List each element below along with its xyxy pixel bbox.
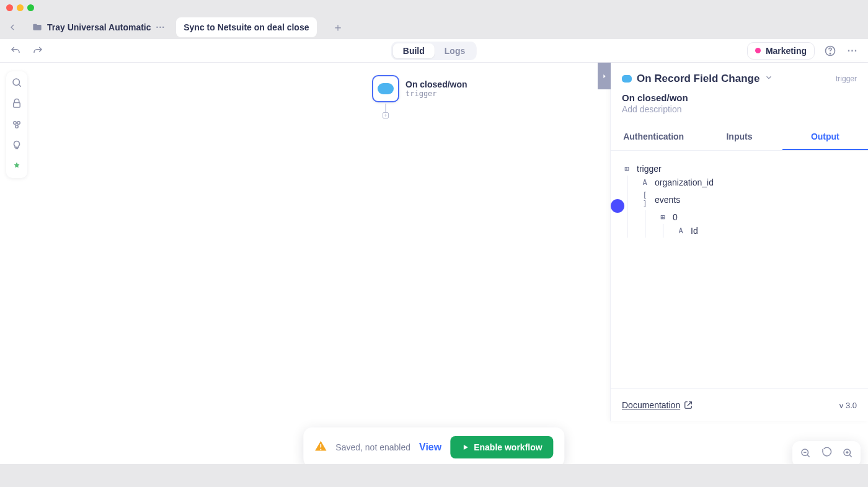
object-icon: ⊞ bbox=[622, 164, 632, 173]
window-zoom-icon[interactable] bbox=[27, 4, 34, 11]
tree-node-trigger[interactable]: ⊞trigger bbox=[622, 162, 857, 176]
external-link-icon bbox=[684, 401, 693, 409]
svg-point-5 bbox=[17, 122, 20, 125]
tab-output[interactable]: Output bbox=[782, 124, 868, 150]
tree-node-id[interactable]: AId bbox=[663, 224, 857, 238]
workspace-picker[interactable]: Marketing bbox=[747, 42, 815, 60]
window-close-icon[interactable] bbox=[6, 4, 13, 11]
svg-point-1 bbox=[830, 53, 830, 53]
zoom-in-button[interactable] bbox=[842, 447, 853, 461]
workflow-tab[interactable]: Sync to Netsuite on deal close bbox=[176, 17, 316, 37]
group-button[interactable] bbox=[11, 118, 23, 131]
add-step-button[interactable]: + bbox=[383, 112, 389, 118]
tab-authentication[interactable]: Authentication bbox=[611, 124, 696, 150]
output-schema-tree: ⊞trigger Aorganization_id [ ]events ⊞0 A… bbox=[611, 151, 868, 249]
connectors-button[interactable] bbox=[11, 97, 23, 110]
redo-button[interactable] bbox=[31, 44, 45, 58]
enable-workflow-button[interactable]: Enable workflow bbox=[450, 436, 553, 458]
logs-tab[interactable]: Logs bbox=[435, 43, 475, 58]
view-link[interactable]: View bbox=[419, 442, 441, 453]
play-icon bbox=[461, 444, 469, 451]
tabstrip: Tray Universal Automatic ··· Sync to Net… bbox=[0, 16, 868, 39]
search-button[interactable] bbox=[11, 76, 23, 89]
tree-node-organization-id[interactable]: Aorganization_id bbox=[627, 176, 857, 189]
toolbar: Build Logs Marketing ··· bbox=[0, 39, 868, 63]
description-input[interactable]: Add description bbox=[622, 104, 857, 114]
view-switcher: Build Logs bbox=[391, 42, 477, 60]
project-tab-label: Tray Universal Automatic bbox=[47, 22, 151, 32]
zoom-controls bbox=[792, 441, 861, 467]
panel-subtitle[interactable]: On closed/won bbox=[622, 92, 857, 103]
documentation-link[interactable]: Documentation bbox=[622, 400, 693, 410]
properties-panel: On Record Field Change trigger On closed… bbox=[610, 63, 868, 421]
back-button[interactable] bbox=[4, 19, 21, 36]
collapse-panel-button[interactable] bbox=[598, 63, 611, 89]
workflow-tab-label: Sync to Netsuite on deal close bbox=[184, 22, 309, 32]
trigger-node[interactable]: On closed/won trigger bbox=[372, 75, 467, 102]
panel-kind-label: trigger bbox=[836, 74, 857, 83]
build-tab[interactable]: Build bbox=[393, 43, 435, 58]
workspace-color-icon bbox=[755, 48, 761, 53]
merlin-button[interactable] bbox=[11, 161, 23, 173]
window-minimize-icon[interactable] bbox=[17, 4, 24, 11]
canvas[interactable]: On closed/won trigger + On Record Field … bbox=[0, 63, 868, 487]
panel-tabs: Authentication Inputs Output bbox=[611, 124, 868, 151]
folder-icon bbox=[32, 22, 42, 32]
status-text: Saved, not enabled bbox=[335, 442, 410, 452]
workspace-label: Marketing bbox=[766, 46, 807, 56]
tree-node-events[interactable]: [ ]events bbox=[627, 189, 857, 210]
warning-icon bbox=[314, 440, 327, 455]
svg-point-4 bbox=[14, 122, 17, 125]
help-button[interactable] bbox=[823, 44, 837, 58]
tab-inputs[interactable]: Inputs bbox=[696, 124, 782, 150]
add-tab-button[interactable]: ＋ bbox=[329, 19, 347, 36]
drag-handle[interactable] bbox=[611, 199, 624, 213]
window-titlebar bbox=[0, 0, 868, 16]
status-bar: Saved, not enabled View Enable workflow bbox=[303, 427, 564, 467]
trigger-node-subtitle: trigger bbox=[405, 89, 467, 98]
node-connector-line bbox=[385, 104, 386, 112]
project-tab[interactable]: Tray Universal Automatic ··· bbox=[25, 17, 172, 37]
undo-button[interactable] bbox=[9, 44, 22, 58]
string-icon: A bbox=[640, 178, 650, 187]
svg-point-2 bbox=[13, 79, 20, 86]
more-menu-button[interactable]: ··· bbox=[846, 44, 859, 58]
zoom-out-button[interactable] bbox=[800, 447, 811, 461]
trigger-node-title: On closed/won bbox=[405, 79, 467, 89]
bottom-strip bbox=[0, 464, 868, 487]
connector-version: v 3.0 bbox=[839, 401, 857, 410]
panel-title[interactable]: On Record Field Change bbox=[637, 73, 760, 85]
salesforce-icon bbox=[622, 75, 632, 83]
string-icon: A bbox=[676, 226, 686, 235]
svg-point-6 bbox=[16, 125, 19, 128]
svg-rect-3 bbox=[14, 103, 20, 108]
tree-node-events-0[interactable]: ⊞0 bbox=[645, 210, 857, 224]
left-dock bbox=[6, 71, 27, 178]
array-icon: [ ] bbox=[640, 191, 650, 208]
chevron-down-icon[interactable] bbox=[764, 73, 773, 84]
trigger-node-card[interactable] bbox=[372, 75, 399, 102]
tips-button[interactable] bbox=[11, 140, 23, 152]
project-tab-more-icon[interactable]: ··· bbox=[156, 22, 166, 32]
object-icon: ⊞ bbox=[658, 213, 668, 221]
zoom-fit-button[interactable] bbox=[821, 447, 832, 461]
salesforce-icon bbox=[378, 83, 394, 94]
